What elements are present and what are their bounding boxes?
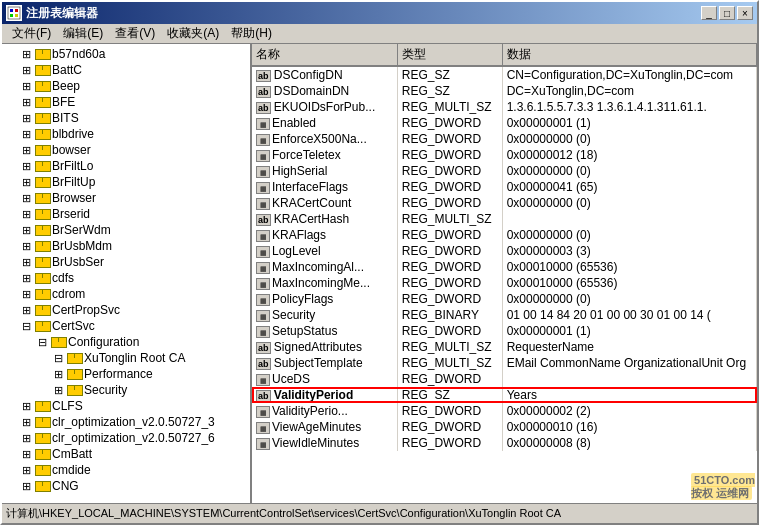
tree-item-BITS[interactable]: ⊞BITS: [2, 110, 250, 126]
tree-item-Configuration[interactable]: ⊟Configuration: [2, 334, 250, 350]
table-row[interactable]: ab EKUOIDsForPub...REG_MULTI_SZ1.3.6.1.5…: [252, 99, 757, 115]
tree-expand-icon[interactable]: ⊞: [18, 158, 34, 174]
table-row[interactable]: ▦ValidityPerio...REG_DWORD0x00000002 (2): [252, 403, 757, 419]
tree-item-Brserid[interactable]: ⊞Brserid: [2, 206, 250, 222]
tree-expand-icon[interactable]: ⊞: [50, 382, 66, 398]
tree-item-CmBatt[interactable]: ⊞CmBatt: [2, 446, 250, 462]
tree-expand-icon[interactable]: ⊞: [50, 366, 66, 382]
table-row[interactable]: ▦ViewIdleMinutesREG_DWORD0x00000008 (8): [252, 435, 757, 451]
tree-item-CNG[interactable]: ⊞CNG: [2, 478, 250, 494]
minimize-button[interactable]: _: [701, 6, 717, 20]
folder-icon: [34, 303, 50, 317]
tree-item-Beep[interactable]: ⊞Beep: [2, 78, 250, 94]
table-row[interactable]: ▦KRAFlagsREG_DWORD0x00000000 (0): [252, 227, 757, 243]
table-row[interactable]: ▦EnabledREG_DWORD0x00000001 (1): [252, 115, 757, 131]
table-row[interactable]: ▦MaxIncomingAl...REG_DWORD0x00010000 (65…: [252, 259, 757, 275]
table-row[interactable]: ▦SecurityREG_BINARY01 00 14 84 20 01 00 …: [252, 307, 757, 323]
table-row[interactable]: ab ValidityPeriodREG_SZYears: [252, 387, 757, 403]
menu-item-E[interactable]: 编辑(E): [57, 24, 109, 43]
tree-expand-icon[interactable]: ⊞: [18, 302, 34, 318]
tree-item-label: Security: [84, 383, 127, 397]
table-row[interactable]: ab SubjectTemplateREG_MULTI_SZEMail Comm…: [252, 355, 757, 371]
reg-type-cell: REG_MULTI_SZ: [397, 211, 502, 227]
tree-item-blbdrive[interactable]: ⊞blbdrive: [2, 126, 250, 142]
col-name[interactable]: 名称: [252, 44, 397, 66]
table-row[interactable]: ▦ForceTeletexREG_DWORD0x00000012 (18): [252, 147, 757, 163]
tree-item-BrFiltUp[interactable]: ⊞BrFiltUp: [2, 174, 250, 190]
maximize-button[interactable]: □: [719, 6, 735, 20]
table-row[interactable]: ▦EnforceX500Na...REG_DWORD0x00000000 (0): [252, 131, 757, 147]
tree-expand-icon[interactable]: ⊞: [18, 46, 34, 62]
menu-item-V[interactable]: 查看(V): [109, 24, 161, 43]
table-row[interactable]: ▦KRACertCountREG_DWORD0x00000000 (0): [252, 195, 757, 211]
tree-expand-icon[interactable]: ⊟: [34, 334, 50, 350]
menu-item-F[interactable]: 文件(F): [6, 24, 57, 43]
tree-expand-icon[interactable]: ⊞: [18, 190, 34, 206]
table-row[interactable]: ▦MaxIncomingMe...REG_DWORD0x00010000 (65…: [252, 275, 757, 291]
table-row[interactable]: ab DSConfigDNREG_SZCN=Configuration,DC=X…: [252, 66, 757, 83]
table-row[interactable]: ▦InterfaceFlagsREG_DWORD0x00000041 (65): [252, 179, 757, 195]
svg-rect-4: [15, 14, 18, 17]
tree-expand-icon[interactable]: ⊞: [18, 286, 34, 302]
tree-item-clr_opt1[interactable]: ⊞clr_optimization_v2.0.50727_3: [2, 414, 250, 430]
tree-expand-icon[interactable]: ⊞: [18, 174, 34, 190]
tree-item-cmdide[interactable]: ⊞cmdide: [2, 462, 250, 478]
tree-panel[interactable]: ⊞b57nd60a⊞BattC⊞Beep⊞BFE⊞BITS⊞blbdrive⊞b…: [2, 44, 252, 503]
tree-expand-icon[interactable]: ⊞: [18, 206, 34, 222]
table-row[interactable]: ▦PolicyFlagsREG_DWORD0x00000000 (0): [252, 291, 757, 307]
tree-expand-icon[interactable]: ⊟: [50, 350, 66, 366]
tree-item-Browser[interactable]: ⊞Browser: [2, 190, 250, 206]
close-button[interactable]: ×: [737, 6, 753, 20]
tree-expand-icon[interactable]: ⊞: [18, 78, 34, 94]
registry-panel[interactable]: 名称 类型 数据 ab DSConfigDNREG_SZCN=Configura…: [252, 44, 757, 503]
tree-expand-icon[interactable]: ⊞: [18, 254, 34, 270]
table-row[interactable]: ▦SetupStatusREG_DWORD0x00000001 (1): [252, 323, 757, 339]
tree-item-bowser[interactable]: ⊞bowser: [2, 142, 250, 158]
tree-expand-icon[interactable]: ⊞: [18, 94, 34, 110]
table-row[interactable]: ▦UceDSREG_DWORD: [252, 371, 757, 387]
tree-expand-icon[interactable]: ⊞: [18, 446, 34, 462]
menu-item-A[interactable]: 收藏夹(A): [161, 24, 225, 43]
tree-expand-icon[interactable]: ⊞: [18, 430, 34, 446]
reg-name-cell: ▦Security: [252, 307, 397, 323]
tree-expand-icon[interactable]: ⊞: [18, 238, 34, 254]
menu-item-H[interactable]: 帮助(H): [225, 24, 278, 43]
tree-expand-icon[interactable]: ⊞: [18, 142, 34, 158]
tree-item-CLFS[interactable]: ⊞CLFS: [2, 398, 250, 414]
col-data[interactable]: 数据: [502, 44, 756, 66]
tree-expand-icon[interactable]: ⊞: [18, 222, 34, 238]
table-row[interactable]: ab SignedAttributesREG_MULTI_SZRequester…: [252, 339, 757, 355]
reg-type-icon: ▦: [256, 196, 272, 210]
table-row[interactable]: ▦LogLevelREG_DWORD0x00000003 (3): [252, 243, 757, 259]
table-row[interactable]: ▦ViewAgeMinutesREG_DWORD0x00000010 (16): [252, 419, 757, 435]
tree-item-BrUsbMdm[interactable]: ⊞BrUsbMdm: [2, 238, 250, 254]
tree-expand-icon[interactable]: ⊞: [18, 126, 34, 142]
tree-item-cdrom[interactable]: ⊞cdrom: [2, 286, 250, 302]
table-row[interactable]: ab DSDomainDNREG_SZDC=XuTonglin,DC=com: [252, 83, 757, 99]
tree-expand-icon[interactable]: ⊞: [18, 270, 34, 286]
tree-expand-icon[interactable]: ⊟: [18, 318, 34, 334]
tree-item-BrSerWdm[interactable]: ⊞BrSerWdm: [2, 222, 250, 238]
tree-item-Security[interactable]: ⊞Security: [2, 382, 250, 398]
tree-expand-icon[interactable]: ⊞: [18, 414, 34, 430]
tree-item-label: BrUsbMdm: [52, 239, 112, 253]
col-type[interactable]: 类型: [397, 44, 502, 66]
table-row[interactable]: ab KRACertHashREG_MULTI_SZ: [252, 211, 757, 227]
tree-item-clr_opt2[interactable]: ⊞clr_optimization_v2.0.50727_6: [2, 430, 250, 446]
tree-expand-icon[interactable]: ⊞: [18, 398, 34, 414]
tree-expand-icon[interactable]: ⊞: [18, 478, 34, 494]
tree-item-BrUsbSer[interactable]: ⊞BrUsbSer: [2, 254, 250, 270]
tree-item-b57nd60a[interactable]: ⊞b57nd60a: [2, 46, 250, 62]
tree-item-CertSvc[interactable]: ⊟CertSvc: [2, 318, 250, 334]
tree-expand-icon[interactable]: ⊞: [18, 110, 34, 126]
tree-expand-icon[interactable]: ⊞: [18, 462, 34, 478]
table-row[interactable]: ▦HighSerialREG_DWORD0x00000000 (0): [252, 163, 757, 179]
tree-item-BrFiltLo[interactable]: ⊞BrFiltLo: [2, 158, 250, 174]
tree-item-BattC[interactable]: ⊞BattC: [2, 62, 250, 78]
tree-item-Performance[interactable]: ⊞Performance: [2, 366, 250, 382]
tree-item-CertPropSvc[interactable]: ⊞CertPropSvc: [2, 302, 250, 318]
tree-item-BFE[interactable]: ⊞BFE: [2, 94, 250, 110]
tree-item-cdfs[interactable]: ⊞cdfs: [2, 270, 250, 286]
tree-expand-icon[interactable]: ⊞: [18, 62, 34, 78]
tree-item-XuTonglin[interactable]: ⊟XuTonglin Root CA: [2, 350, 250, 366]
